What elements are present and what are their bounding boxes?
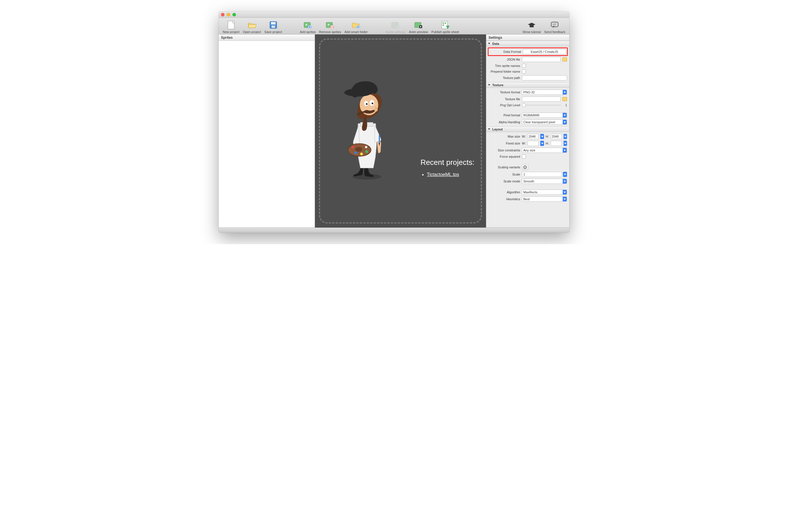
svg-point-38 — [360, 152, 363, 156]
png-opt-slider[interactable] — [522, 105, 561, 106]
settings-panel: Settings Data Data Format EaselJS / Crea… — [486, 35, 569, 227]
svg-point-49 — [366, 103, 368, 105]
pixel-format-label: Pixel format — [489, 114, 520, 117]
anim-preview-button[interactable]: Anim preview — [407, 20, 430, 34]
svg-point-5 — [306, 24, 307, 25]
algorithm-label: Algorithm — [489, 190, 520, 194]
trim-names-label: Trim sprite names — [489, 64, 520, 67]
chevron-down-icon — [488, 84, 490, 86]
scale-stepper[interactable] — [563, 172, 567, 177]
tutorial-icon — [527, 20, 536, 29]
texture-file-label: Texture file — [489, 97, 520, 101]
max-height-input[interactable]: 2048 — [551, 134, 562, 139]
zoom-icon[interactable] — [233, 13, 236, 16]
sprite-settings-icon — [391, 20, 400, 29]
sprites-list[interactable] — [219, 41, 315, 227]
feedback-icon — [550, 20, 559, 29]
json-file-label: JSON file — [489, 58, 520, 61]
send-feedback-button[interactable]: Send feedback — [543, 20, 567, 34]
json-file-input[interactable] — [522, 57, 561, 62]
scale-label: Scale — [489, 172, 520, 176]
prepend-folder-checkbox[interactable] — [522, 69, 526, 74]
svg-rect-28 — [530, 25, 534, 27]
folder-icon[interactable] — [563, 58, 567, 61]
toolbar-label: New project — [223, 30, 239, 34]
pixel-format-select[interactable]: RGBA8888 — [522, 112, 567, 118]
alpha-handling-select[interactable]: Clear transparent pixel — [522, 120, 567, 125]
fixed-height-stepper[interactable] — [564, 141, 567, 146]
svg-point-51 — [525, 167, 526, 168]
svg-rect-25 — [442, 24, 444, 26]
svg-rect-2 — [271, 22, 276, 24]
save-icon — [269, 20, 278, 29]
save-project-button[interactable]: Save project — [263, 20, 284, 34]
png-opt-value: 1 — [563, 103, 567, 107]
svg-rect-24 — [445, 22, 446, 24]
chevron-down-icon — [488, 128, 490, 130]
max-height-stepper[interactable] — [564, 134, 567, 139]
toolbar-label: Show tutorial — [523, 30, 541, 34]
remove-sprites-button[interactable]: Remove sprites — [317, 20, 342, 34]
svg-point-18 — [397, 26, 398, 27]
open-project-button[interactable]: Open project — [241, 20, 263, 34]
publish-button[interactable]: Publish sprite sheet — [430, 20, 461, 34]
scale-mode-select[interactable]: Smooth — [522, 179, 567, 184]
heuristics-label: Heuristics — [489, 197, 520, 201]
texture-format-select[interactable]: PNG-32 — [522, 89, 567, 95]
fixed-width-input[interactable] — [527, 141, 538, 146]
texture-path-label: Texture path — [489, 76, 520, 80]
section-layout[interactable]: Layout — [486, 126, 569, 132]
add-sprites-button[interactable]: Add sprites — [298, 20, 317, 34]
trim-names-checkbox[interactable] — [522, 64, 526, 68]
alpha-handling-label: Alpha Handling — [489, 120, 520, 124]
max-width-input[interactable]: 2048 — [527, 134, 538, 139]
show-tutorial-button[interactable]: Show tutorial — [521, 20, 543, 34]
settings-panel-title: Settings — [486, 35, 569, 41]
folder-icon[interactable] — [563, 97, 567, 101]
svg-point-39 — [365, 150, 368, 153]
section-data[interactable]: Data — [486, 41, 569, 46]
scaling-variants-button[interactable] — [522, 164, 528, 170]
max-width-stepper[interactable] — [540, 134, 544, 139]
toolbar-label: Open project — [243, 30, 261, 34]
texture-path-input[interactable] — [522, 75, 567, 80]
new-project-button[interactable]: New project — [221, 20, 241, 34]
heuristics-select[interactable]: Best — [522, 197, 567, 202]
toolbar-label: Publish sprite sheet — [431, 30, 459, 34]
svg-point-35 — [355, 147, 362, 152]
fixed-height-input[interactable] — [551, 141, 562, 146]
toolbar-label: Sprite settings — [386, 30, 406, 34]
scale-mode-label: Scale mode — [489, 180, 520, 183]
recent-project-link[interactable]: TictactoeML.tps — [427, 172, 459, 177]
svg-point-37 — [354, 151, 357, 154]
anim-preview-icon — [414, 20, 423, 29]
data-format-label: Data Format — [489, 50, 521, 54]
remove-sprite-icon — [325, 20, 335, 29]
toolbar-label: Anim preview — [409, 30, 428, 34]
close-icon[interactable] — [221, 13, 224, 16]
minimize-icon[interactable] — [227, 13, 230, 16]
smart-folder-icon — [352, 20, 361, 29]
titlebar — [219, 12, 569, 18]
force-squared-checkbox[interactable] — [522, 155, 526, 159]
size-constraints-label: Size constraints — [489, 148, 520, 152]
canvas-area[interactable]: Recent projects: TictactoeML.tps — [315, 35, 486, 227]
texture-file-input[interactable] — [522, 97, 561, 102]
add-smart-folder-button[interactable]: Add smart folder — [343, 20, 370, 34]
add-sprite-icon — [303, 20, 312, 29]
file-icon — [226, 20, 236, 29]
prepend-folder-label: Prepend folder name — [489, 70, 520, 73]
fixed-width-stepper[interactable] — [540, 141, 544, 146]
scale-input[interactable]: 1 — [522, 172, 562, 177]
size-constraints-select[interactable]: Any size — [522, 148, 567, 153]
sprite-settings-button: Sprite settings — [383, 20, 407, 34]
force-squared-label: Force squared — [489, 155, 520, 158]
section-texture[interactable]: Texture — [486, 82, 569, 88]
svg-point-45 — [344, 88, 372, 97]
recent-projects: Recent projects: TictactoeML.tps — [420, 158, 474, 177]
recent-title: Recent projects: — [420, 158, 474, 167]
algorithm-select[interactable]: MaxRects — [522, 190, 567, 195]
sprites-panel-title: Sprites — [219, 35, 315, 41]
svg-rect-3 — [272, 25, 275, 28]
data-format-select[interactable]: EaselJS / CreateJS — [523, 49, 566, 54]
